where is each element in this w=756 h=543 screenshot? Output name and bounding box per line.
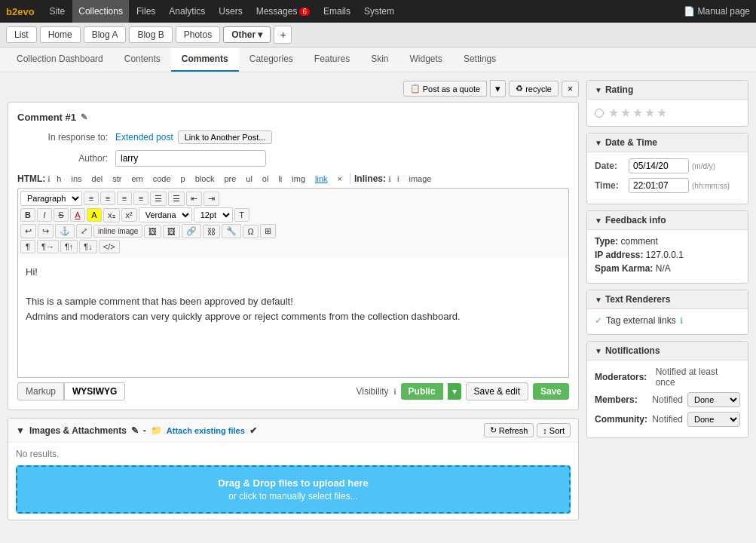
bold-btn[interactable]: B xyxy=(20,208,35,222)
rating-radio[interactable] xyxy=(595,109,604,118)
align-right-btn[interactable]: ≡ xyxy=(117,192,132,205)
remove-format-btn[interactable]: T xyxy=(234,208,249,222)
save-button[interactable]: Save xyxy=(533,383,569,400)
html-btn-ol[interactable]: ol xyxy=(259,173,273,185)
list-ordered-btn[interactable]: ☰ xyxy=(168,192,185,206)
html-btn-image[interactable]: image xyxy=(405,173,435,185)
align-justify-btn[interactable]: ≡ xyxy=(133,192,148,205)
link-btn[interactable]: 🔗 xyxy=(182,224,201,238)
section-tab-features[interactable]: Features xyxy=(304,48,360,72)
html-btn-pre[interactable]: pre xyxy=(220,173,240,185)
refresh-button[interactable]: ↻ Refresh xyxy=(484,423,534,437)
redo-btn[interactable]: ↪ xyxy=(38,224,54,238)
outdent-btn[interactable]: ⇤ xyxy=(186,192,202,206)
font-select[interactable]: Verdana xyxy=(139,207,192,222)
close-button[interactable]: × xyxy=(562,81,579,97)
wysiwyg-tab[interactable]: WYSIWYG xyxy=(64,382,125,400)
html-btn-em[interactable]: em xyxy=(127,173,146,185)
color-a-btn[interactable]: A xyxy=(70,208,85,222)
html-btn-ul[interactable]: ul xyxy=(242,173,256,185)
section-tab-skin[interactable]: Skin xyxy=(360,48,399,72)
section-tab-categories[interactable]: Categories xyxy=(239,48,304,72)
unlink-btn[interactable]: ⛓ xyxy=(203,225,220,238)
html-btn-del[interactable]: del xyxy=(88,173,107,185)
tab-list[interactable]: List xyxy=(6,26,37,43)
table-btn[interactable]: ⊞ xyxy=(260,224,276,238)
public-button[interactable]: Public xyxy=(401,383,443,400)
markup-tab[interactable]: Markup xyxy=(17,382,64,400)
rating-header[interactable]: ▼ Rating xyxy=(587,81,748,100)
editor-content[interactable]: Hi! This is a sample comment that has be… xyxy=(17,257,569,378)
image-btn[interactable]: 🖼 xyxy=(144,225,161,238)
subscript-btn[interactable]: x₂ xyxy=(103,208,120,222)
show-blocks3-btn[interactable]: ¶↑ xyxy=(60,240,78,253)
fullscreen-btn[interactable]: ⤢ xyxy=(76,224,92,238)
show-blocks2-btn[interactable]: ¶→ xyxy=(37,240,59,253)
tab-blog-a[interactable]: Blog A xyxy=(84,26,127,43)
superscript-btn[interactable]: x² xyxy=(121,208,137,222)
align-left-btn[interactable]: ≡ xyxy=(84,192,99,205)
star-4[interactable]: ★ xyxy=(644,106,655,120)
list-unordered-btn[interactable]: ☰ xyxy=(150,192,167,206)
section-tab-comments[interactable]: Comments xyxy=(171,48,239,72)
section-tab-dashboard[interactable]: Collection Dashboard xyxy=(6,48,114,72)
save-edit-button[interactable]: Save & edit xyxy=(466,382,528,400)
show-blocks-btn[interactable]: ¶ xyxy=(20,240,35,253)
tab-photos[interactable]: Photos xyxy=(176,26,220,43)
section-tab-settings[interactable]: Settings xyxy=(453,48,507,72)
html-btn-li[interactable]: li xyxy=(274,173,286,185)
html-btn-x[interactable]: × xyxy=(334,173,346,185)
notifications-header[interactable]: ▼ Notifications xyxy=(587,342,748,360)
gallery-btn[interactable]: 🖼 xyxy=(163,225,180,238)
special-char-btn[interactable]: 🔧 xyxy=(222,224,241,238)
html-btn-img[interactable]: img xyxy=(288,173,309,185)
html-btn-ins[interactable]: ins xyxy=(67,173,85,185)
section-tab-widgets[interactable]: Widgets xyxy=(399,48,453,72)
attach-existing-link[interactable]: Attach existing files xyxy=(167,426,245,435)
nav-system[interactable]: System xyxy=(358,0,400,23)
tab-add-button[interactable]: + xyxy=(274,26,292,44)
nav-site[interactable]: Site xyxy=(44,0,72,23)
html-btn-h[interactable]: h xyxy=(53,173,65,185)
show-blocks4-btn[interactable]: ¶↓ xyxy=(79,240,96,253)
bg-color-btn[interactable]: A xyxy=(87,208,102,222)
inline-image-label[interactable]: inline image xyxy=(93,225,142,238)
date-input[interactable] xyxy=(629,158,689,173)
recycle-button[interactable]: ♻ recycle xyxy=(509,81,559,97)
nav-messages[interactable]: Messages 6 xyxy=(250,0,316,23)
extended-post-link[interactable]: Extended post xyxy=(115,132,173,143)
size-select[interactable]: 12pt xyxy=(194,207,233,222)
star-5[interactable]: ★ xyxy=(657,106,667,120)
time-input[interactable] xyxy=(629,178,689,193)
sort-button[interactable]: ↕ Sort xyxy=(537,423,571,437)
html-btn-str[interactable]: str xyxy=(109,173,125,185)
link-another-button[interactable]: Link to Another Post... xyxy=(178,130,273,144)
html-btn-block[interactable]: block xyxy=(191,173,219,185)
strikethrough-btn[interactable]: S xyxy=(54,208,69,222)
nav-collections[interactable]: Collections xyxy=(72,0,129,23)
datetime-header[interactable]: ▼ Date & Time xyxy=(587,133,748,152)
feedback-header[interactable]: ▼ Feedback info xyxy=(587,211,748,230)
post-as-quote-dropdown[interactable]: ▾ xyxy=(490,80,506,97)
align-center-btn[interactable]: ≡ xyxy=(100,192,115,205)
indent-btn[interactable]: ⇥ xyxy=(204,192,219,206)
manual-page-link[interactable]: 📄 Manual page xyxy=(684,6,750,17)
format-select[interactable]: Paragraph xyxy=(20,191,82,206)
source-btn[interactable]: </> xyxy=(99,240,120,253)
star-3[interactable]: ★ xyxy=(632,106,643,120)
author-input[interactable] xyxy=(115,150,266,167)
notif-members-select[interactable]: Done Pending Never xyxy=(687,392,740,407)
tab-home[interactable]: Home xyxy=(40,26,81,43)
italic-btn[interactable]: I xyxy=(37,208,52,222)
html-btn-inlines-i[interactable]: i xyxy=(393,173,402,185)
star-2[interactable]: ★ xyxy=(620,106,631,120)
public-dropdown-button[interactable]: ▾ xyxy=(448,383,461,400)
html-btn-code[interactable]: code xyxy=(149,173,175,185)
renderer-info-icon[interactable]: ℹ xyxy=(680,316,683,326)
nav-emails[interactable]: Emails xyxy=(317,0,357,23)
post-as-quote-button[interactable]: 📋 Post as a quote xyxy=(403,81,487,97)
html-btn-link[interactable]: link xyxy=(311,173,332,185)
tab-other[interactable]: Other ▾ xyxy=(223,26,271,43)
undo-btn[interactable]: ↩ xyxy=(20,224,36,238)
text-renderers-header[interactable]: ▼ Text Renderers xyxy=(587,290,748,309)
